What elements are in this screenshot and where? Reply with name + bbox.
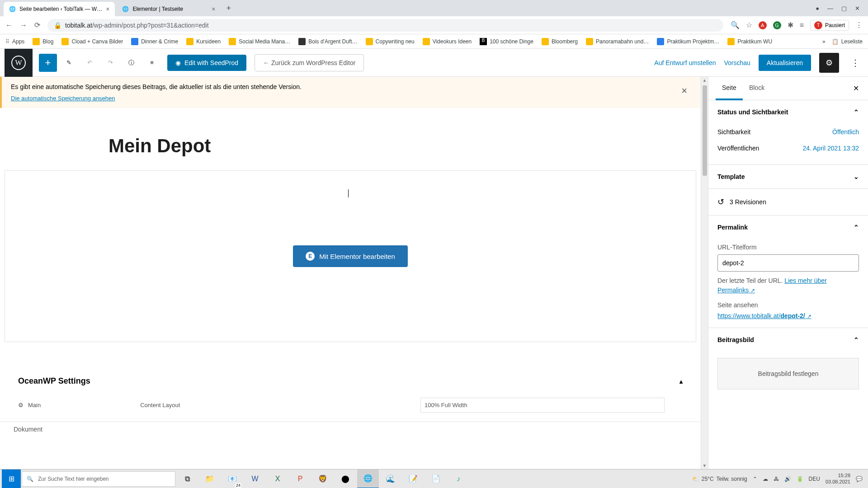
- weather-widget[interactable]: ⛅ 25°C Teilw. sonnig: [692, 476, 747, 482]
- powerpoint-icon[interactable]: P: [289, 469, 311, 488]
- autosave-link[interactable]: Die automatische Speicherung ansehen: [11, 95, 115, 102]
- bookmark-item[interactable]: Social Media Mana…: [229, 38, 290, 45]
- edit-with-elementor-button[interactable]: E Mit Elementor bearbeiten: [293, 245, 408, 267]
- tools-pencil-icon[interactable]: ✎: [60, 54, 78, 72]
- star-icon[interactable]: ☆: [746, 21, 752, 29]
- set-featured-image-button[interactable]: Beitragsbild festlegen: [717, 358, 859, 389]
- scroll-down-icon[interactable]: ▼: [703, 462, 707, 469]
- panel-header-featured[interactable]: Beitragsbild ⌃: [708, 328, 868, 352]
- redo-icon[interactable]: ↷: [101, 54, 119, 72]
- bookmark-item[interactable]: Kursideen: [186, 38, 221, 45]
- account-dot-icon[interactable]: ●: [816, 5, 819, 12]
- language-indicator[interactable]: DEU: [809, 476, 820, 482]
- mail-icon[interactable]: 📧24: [222, 469, 243, 488]
- file-explorer-icon[interactable]: 📁: [199, 469, 221, 488]
- add-block-button[interactable]: +: [39, 54, 57, 72]
- reload-icon[interactable]: ⟳: [34, 21, 40, 29]
- address-bar[interactable]: 🔒 tobitalk.at/wp-admin/post.php?post=31&…: [47, 19, 723, 32]
- close-notice-icon[interactable]: ×: [681, 85, 687, 97]
- onedrive-icon[interactable]: ☁: [763, 476, 768, 482]
- bookmark-item[interactable]: B100 schöne Dinge: [480, 38, 533, 45]
- notepad-icon[interactable]: 📄: [425, 469, 447, 488]
- spotify-icon[interactable]: ♪: [448, 469, 469, 488]
- options-kebab-icon[interactable]: ⋮: [847, 57, 863, 68]
- url-slug-input[interactable]: [717, 254, 859, 272]
- bookmark-item[interactable]: Panoramabahn und…: [586, 38, 649, 45]
- close-window-icon[interactable]: ✕: [855, 5, 860, 12]
- bookmark-item[interactable]: Bois d'Argent Duft…: [298, 38, 357, 45]
- network-icon[interactable]: 🖧: [774, 476, 779, 482]
- back-icon[interactable]: ←: [5, 21, 13, 29]
- undo-icon[interactable]: ↶: [80, 54, 99, 72]
- page-url-link[interactable]: https://www.tobitalk.at/depot-2/ ↗: [717, 312, 811, 319]
- panel-header-permalink[interactable]: Permalink ⌃: [708, 216, 868, 239]
- chrome-icon[interactable]: 🌐: [357, 469, 379, 488]
- document-breadcrumb[interactable]: Dokument: [0, 422, 701, 436]
- bookmark-item[interactable]: Copywriting neu: [366, 38, 415, 45]
- reading-list-button[interactable]: 📋Leseliste: [832, 38, 863, 45]
- details-icon[interactable]: ⓘ: [122, 54, 140, 72]
- outline-icon[interactable]: ≡: [143, 54, 161, 72]
- browser-tab[interactable]: 🌐 Elementor | Testseite ×: [117, 2, 221, 16]
- editor-app-icon[interactable]: 📝: [402, 469, 424, 488]
- preview-link[interactable]: Vorschau: [724, 59, 750, 66]
- content-layout-select[interactable]: 100% Full Width: [420, 398, 665, 413]
- taskbar-search[interactable]: 🔍 Zur Suche Text hier eingeben: [22, 471, 175, 487]
- bookmark-item[interactable]: Praktikum Projektm…: [657, 38, 719, 45]
- panel-header-template[interactable]: Template ⌄: [708, 165, 868, 188]
- panel-header-status[interactable]: Status und Sichtbarkeit ⌃: [708, 100, 868, 124]
- kebab-menu-icon[interactable]: ⋮: [855, 21, 863, 29]
- switch-to-draft-link[interactable]: Auf Entwurf umstellen: [654, 59, 716, 66]
- extensions-puzzle-icon[interactable]: ✱: [788, 21, 793, 29]
- scroll-thumb[interactable]: [703, 85, 707, 176]
- extension-abp-icon[interactable]: A: [759, 21, 767, 29]
- word-icon[interactable]: W: [244, 469, 266, 488]
- editor-scrollbar[interactable]: ▲ ▼: [701, 77, 708, 469]
- obs-icon[interactable]: ⬤: [335, 469, 356, 488]
- battery-icon[interactable]: 🔋: [797, 476, 803, 482]
- excel-icon[interactable]: X: [267, 469, 288, 488]
- reading-list-icon[interactable]: ≡: [800, 21, 804, 29]
- bookmark-item[interactable]: Bloomberg: [542, 38, 578, 45]
- bookmark-item[interactable]: Blog: [33, 38, 53, 45]
- close-tab-icon[interactable]: ×: [212, 5, 215, 13]
- post-title[interactable]: Mein Depot: [108, 135, 592, 157]
- update-button[interactable]: Aktualisieren: [759, 55, 811, 71]
- clock[interactable]: 15:28 03.08.2021: [826, 473, 850, 484]
- scroll-up-icon[interactable]: ▲: [703, 77, 707, 84]
- revisions-link[interactable]: ↺ 3 Revisionen: [708, 189, 868, 215]
- back-to-wp-editor-button[interactable]: ← Zurück zum WordPress Editor: [255, 54, 364, 71]
- edit-with-seedprod-button[interactable]: ◉ Edit with SeedProd: [167, 55, 246, 71]
- tray-overflow-icon[interactable]: ⌃: [753, 476, 757, 482]
- forward-icon[interactable]: →: [20, 21, 27, 29]
- close-sidebar-icon[interactable]: ✕: [851, 77, 861, 100]
- zoom-icon[interactable]: 🔍: [731, 21, 740, 29]
- maximize-icon[interactable]: ▢: [841, 5, 847, 12]
- minimize-icon[interactable]: —: [827, 5, 833, 12]
- bookmark-item[interactable]: Cload + Canva Bilder: [61, 38, 123, 45]
- extension-grammarly-icon[interactable]: G: [773, 21, 781, 29]
- browser-tab-active[interactable]: 🌐 Seite bearbeiten ‹ TobiTalk — W… ×: [4, 2, 115, 16]
- tab-block[interactable]: Block: [743, 77, 771, 100]
- tab-page[interactable]: Seite: [716, 77, 743, 100]
- bookmark-overflow-icon[interactable]: »: [822, 38, 826, 45]
- brave-icon[interactable]: 🦁: [312, 469, 334, 488]
- notifications-icon[interactable]: 💬: [856, 476, 863, 482]
- close-tab-icon[interactable]: ×: [106, 5, 109, 13]
- edge-icon[interactable]: 🌊: [380, 469, 401, 488]
- bookmark-item[interactable]: Dinner & Crime: [131, 38, 178, 45]
- volume-icon[interactable]: 🔊: [784, 476, 791, 482]
- start-button[interactable]: ⊞: [2, 469, 21, 488]
- oceanwp-tab-main[interactable]: ⚙ Main: [18, 402, 41, 408]
- task-view-icon[interactable]: ⧉: [176, 469, 198, 488]
- wordpress-logo[interactable]: [5, 49, 33, 77]
- publish-date[interactable]: 24. April 2021 13:32: [802, 145, 859, 152]
- bookmark-item[interactable]: Videokurs Ideen: [423, 38, 472, 45]
- bookmark-item[interactable]: Praktikum WU: [727, 38, 772, 45]
- settings-gear-icon[interactable]: ⚙: [819, 53, 839, 73]
- visibility-value[interactable]: Öffentlich: [832, 128, 859, 136]
- collapse-icon[interactable]: ▴: [679, 378, 683, 385]
- oceanwp-settings-header[interactable]: OceanWP Settings ▴: [5, 369, 696, 393]
- new-tab-button[interactable]: +: [222, 4, 235, 13]
- profile-badge[interactable]: T Pausiert: [810, 20, 849, 31]
